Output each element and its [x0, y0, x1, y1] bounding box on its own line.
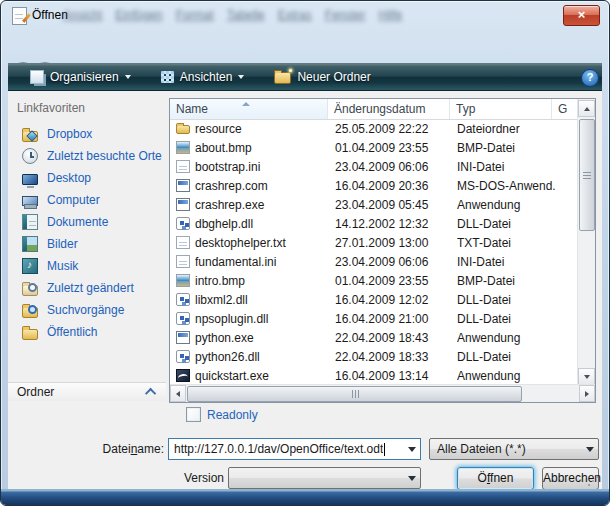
vertical-scrollbar[interactable]	[577, 99, 595, 385]
file-name: bootstrap.ini	[195, 158, 325, 177]
column-header-name[interactable]: Name	[170, 99, 328, 119]
horizontal-scroll-thumb[interactable]	[187, 386, 522, 402]
command-toolbar: Organisieren Ansichten Neuer Ordner	[8, 63, 602, 91]
sidebar-item-label: Zuletzt geändert	[47, 281, 134, 295]
computer-icon	[22, 196, 38, 206]
column-header-size[interactable]: G	[552, 99, 578, 119]
new-folder-button[interactable]: Neuer Ordner	[266, 65, 378, 89]
file-row[interactable]: crashrep.com 16.04.2009 20:36 MS-DOS-Anw…	[170, 177, 578, 196]
text-icon	[176, 160, 190, 173]
column-header-type[interactable]: Typ	[450, 99, 552, 119]
scroll-up-button[interactable]	[578, 100, 595, 117]
file-type: Anwendung	[457, 367, 555, 385]
scroll-left-button[interactable]	[170, 385, 186, 402]
help-button[interactable]: ?	[581, 69, 599, 87]
sidebar-item[interactable]: Musik	[8, 255, 168, 277]
file-type: Anwendung	[457, 196, 555, 215]
file-row[interactable]: libxml2.dll 16.04.2009 12:02 DLL-Datei	[170, 291, 578, 310]
sidebar-item-label: Öffentlich	[47, 325, 97, 339]
file-type: DLL-Datei	[457, 291, 555, 310]
file-type: BMP-Datei	[457, 272, 555, 291]
file-date: 14.12.2002 12:32	[335, 215, 453, 234]
folders-expander[interactable]: Ordner	[8, 382, 166, 401]
sidebar-item[interactable]: Dropbox	[8, 123, 168, 145]
readonly-checkbox-group[interactable]: Readonly	[186, 407, 258, 422]
file-row[interactable]: npsoplugin.dll 16.04.2009 21:00 DLL-Date…	[170, 310, 578, 329]
readonly-checkbox[interactable]	[186, 407, 201, 422]
app-icon	[176, 331, 190, 344]
open-button[interactable]: Öffnen	[457, 467, 534, 490]
sidebar-item[interactable]: Dokumente	[8, 211, 168, 233]
sidebar-item[interactable]: Bilder	[8, 233, 168, 255]
filename-value: http://127.0.0.1/dav/OpenOffice/text.odt	[174, 442, 383, 456]
filename-label: Dateiname:	[48, 438, 164, 461]
filetype-value: Alle Dateien (*.*)	[437, 442, 526, 456]
scroll-down-button[interactable]	[578, 368, 595, 385]
file-row[interactable]: crashrep.exe 23.04.2009 05:45 Anwendung	[170, 196, 578, 215]
organize-button[interactable]: Organisieren	[22, 65, 139, 89]
file-name: intro.bmp	[195, 272, 325, 291]
sidebar-item[interactable]: Computer	[8, 189, 168, 211]
resize-grip[interactable]	[588, 476, 598, 486]
file-row[interactable]: fundamental.ini 23.04.2009 06:06 INI-Dat…	[170, 253, 578, 272]
sidebar-item[interactable]: Öffentlich	[8, 321, 168, 343]
file-name: quickstart.exe	[195, 367, 325, 385]
column-header-date[interactable]: Änderungsdatum	[328, 99, 450, 119]
text-caret	[384, 443, 385, 456]
file-rows: resource 25.05.2009 22:22 Dateiordner ab…	[170, 120, 578, 385]
file-row[interactable]: python26.dll 22.04.2009 18:33 DLL-Datei	[170, 348, 578, 367]
sidebar-item-label: Suchvorgänge	[47, 303, 124, 317]
version-select[interactable]	[228, 467, 421, 489]
file-row[interactable]: quickstart.exe 16.04.2009 13:14 Anwendun…	[170, 367, 578, 385]
version-dropdown-icon	[403, 468, 420, 488]
views-button[interactable]: Ansichten	[153, 65, 253, 89]
organize-icon	[30, 70, 44, 84]
sidebar-item-label: Dropbox	[47, 127, 92, 141]
file-name: about.bmp	[195, 139, 325, 158]
file-row[interactable]: resource 25.05.2009 22:22 Dateiordner	[170, 120, 578, 139]
sidebar-item-label: Dokumente	[47, 215, 108, 229]
file-row[interactable]: python.exe 22.04.2009 18:43 Anwendung	[170, 329, 578, 348]
file-type: Anwendung	[457, 329, 555, 348]
file-date: 22.04.2009 18:33	[335, 348, 453, 367]
window-frame-bottom	[1, 489, 609, 505]
file-row[interactable]: dbghelp.dll 14.12.2002 12:32 DLL-Datei	[170, 215, 578, 234]
sidebar-item[interactable]: Suchvorgänge	[8, 299, 168, 321]
pictures-icon	[22, 236, 38, 252]
file-name: crashrep.exe	[195, 196, 325, 215]
file-type: DLL-Datei	[457, 348, 555, 367]
file-row[interactable]: bootstrap.ini 23.04.2009 06:06 INI-Datei	[170, 158, 578, 177]
filetype-select[interactable]: Alle Dateien (*.*)	[429, 438, 599, 460]
filename-input[interactable]: http://127.0.0.1/dav/OpenOffice/text.odt	[168, 438, 421, 460]
folder-icon	[176, 125, 190, 134]
vertical-scroll-thumb[interactable]	[579, 119, 595, 231]
file-type: TXT-Datei	[457, 234, 555, 253]
file-row[interactable]: about.bmp 01.04.2009 23:55 BMP-Datei	[170, 139, 578, 158]
sidebar-item[interactable]: Zuletzt geändert	[8, 277, 168, 299]
file-name: libxml2.dll	[195, 291, 325, 310]
title-bar[interactable]: Öffnen AnsichtEinfügenFormatTabelleExtra…	[1, 1, 609, 30]
sort-ascending-icon	[242, 102, 250, 106]
horizontal-scrollbar[interactable]	[170, 384, 595, 402]
ghost-menu-item: Tabelle	[227, 8, 265, 22]
file-type: Dateiordner	[457, 120, 555, 139]
chevron-up-icon	[145, 388, 156, 399]
dll-icon	[176, 350, 190, 363]
file-row[interactable]: desktophelper.txt 27.01.2009 13:00 TXT-D…	[170, 234, 578, 253]
sidebar-item[interactable]: Desktop	[8, 167, 168, 189]
text-icon	[176, 236, 190, 249]
file-name: resource	[195, 120, 325, 139]
file-date: 23.04.2009 06:06	[335, 158, 453, 177]
file-name: npsoplugin.dll	[195, 310, 325, 329]
chevron-down-icon	[238, 75, 244, 79]
ghost-menu-item: Ansicht	[63, 8, 102, 22]
file-row[interactable]: intro.bmp 01.04.2009 23:55 BMP-Datei	[170, 272, 578, 291]
sidebar-item-label: Zuletzt besuchte Orte	[47, 149, 162, 163]
close-button[interactable]: ×	[563, 5, 600, 26]
sidebar-item[interactable]: Zuletzt besuchte Orte	[8, 145, 168, 167]
scroll-right-button[interactable]	[579, 385, 595, 402]
file-date: 23.04.2009 05:45	[335, 196, 453, 215]
file-list: Name Änderungsdatum Typ G resource 25.05…	[169, 98, 596, 403]
filename-dropdown-icon[interactable]	[403, 439, 420, 459]
file-type: INI-Datei	[457, 253, 555, 272]
